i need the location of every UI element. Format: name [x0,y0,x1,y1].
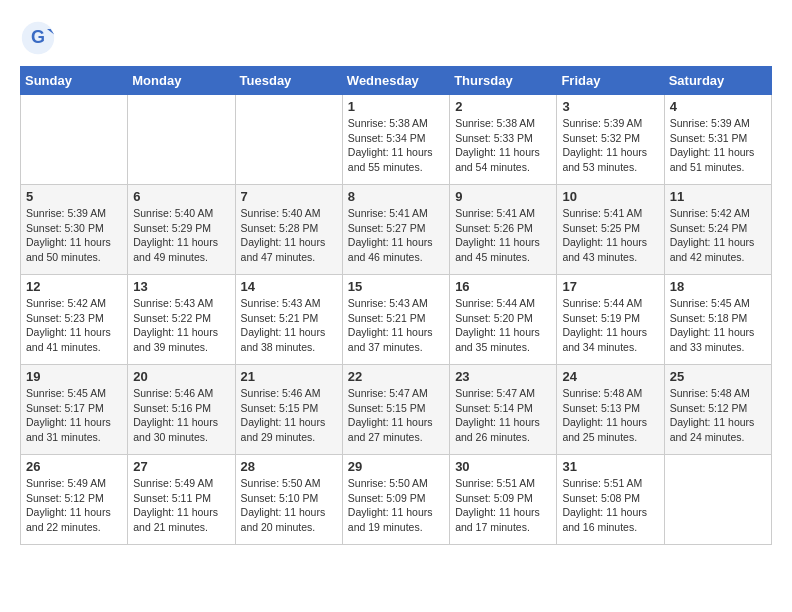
day-number: 10 [562,189,658,204]
day-of-week-header: Saturday [664,67,771,95]
day-number: 28 [241,459,337,474]
page-header: G [20,20,772,56]
calendar-cell: 21Sunrise: 5:46 AM Sunset: 5:15 PM Dayli… [235,365,342,455]
calendar-cell: 4Sunrise: 5:39 AM Sunset: 5:31 PM Daylig… [664,95,771,185]
calendar-cell: 15Sunrise: 5:43 AM Sunset: 5:21 PM Dayli… [342,275,449,365]
calendar-week-row: 5Sunrise: 5:39 AM Sunset: 5:30 PM Daylig… [21,185,772,275]
calendar-cell: 28Sunrise: 5:50 AM Sunset: 5:10 PM Dayli… [235,455,342,545]
day-info: Sunrise: 5:46 AM Sunset: 5:16 PM Dayligh… [133,386,229,445]
calendar-cell: 13Sunrise: 5:43 AM Sunset: 5:22 PM Dayli… [128,275,235,365]
day-info: Sunrise: 5:45 AM Sunset: 5:17 PM Dayligh… [26,386,122,445]
day-info: Sunrise: 5:50 AM Sunset: 5:09 PM Dayligh… [348,476,444,535]
day-info: Sunrise: 5:41 AM Sunset: 5:26 PM Dayligh… [455,206,551,265]
day-number: 29 [348,459,444,474]
day-info: Sunrise: 5:39 AM Sunset: 5:31 PM Dayligh… [670,116,766,175]
day-of-week-header: Thursday [450,67,557,95]
day-number: 24 [562,369,658,384]
day-info: Sunrise: 5:38 AM Sunset: 5:34 PM Dayligh… [348,116,444,175]
day-number: 23 [455,369,551,384]
calendar-cell: 8Sunrise: 5:41 AM Sunset: 5:27 PM Daylig… [342,185,449,275]
calendar-cell: 9Sunrise: 5:41 AM Sunset: 5:26 PM Daylig… [450,185,557,275]
day-number: 13 [133,279,229,294]
day-of-week-header: Sunday [21,67,128,95]
calendar-cell: 29Sunrise: 5:50 AM Sunset: 5:09 PM Dayli… [342,455,449,545]
day-number: 15 [348,279,444,294]
calendar-cell: 1Sunrise: 5:38 AM Sunset: 5:34 PM Daylig… [342,95,449,185]
calendar-cell: 30Sunrise: 5:51 AM Sunset: 5:09 PM Dayli… [450,455,557,545]
svg-text:G: G [31,27,45,47]
day-number: 12 [26,279,122,294]
calendar-cell [128,95,235,185]
day-info: Sunrise: 5:41 AM Sunset: 5:25 PM Dayligh… [562,206,658,265]
calendar-cell [664,455,771,545]
calendar-cell: 3Sunrise: 5:39 AM Sunset: 5:32 PM Daylig… [557,95,664,185]
day-info: Sunrise: 5:41 AM Sunset: 5:27 PM Dayligh… [348,206,444,265]
day-number: 5 [26,189,122,204]
day-number: 11 [670,189,766,204]
day-number: 3 [562,99,658,114]
day-info: Sunrise: 5:39 AM Sunset: 5:32 PM Dayligh… [562,116,658,175]
day-number: 14 [241,279,337,294]
day-info: Sunrise: 5:49 AM Sunset: 5:12 PM Dayligh… [26,476,122,535]
calendar-cell: 10Sunrise: 5:41 AM Sunset: 5:25 PM Dayli… [557,185,664,275]
day-number: 30 [455,459,551,474]
day-number: 31 [562,459,658,474]
calendar-cell: 31Sunrise: 5:51 AM Sunset: 5:08 PM Dayli… [557,455,664,545]
day-info: Sunrise: 5:50 AM Sunset: 5:10 PM Dayligh… [241,476,337,535]
day-info: Sunrise: 5:39 AM Sunset: 5:30 PM Dayligh… [26,206,122,265]
calendar-week-row: 26Sunrise: 5:49 AM Sunset: 5:12 PM Dayli… [21,455,772,545]
day-info: Sunrise: 5:40 AM Sunset: 5:28 PM Dayligh… [241,206,337,265]
day-info: Sunrise: 5:51 AM Sunset: 5:08 PM Dayligh… [562,476,658,535]
day-info: Sunrise: 5:44 AM Sunset: 5:19 PM Dayligh… [562,296,658,355]
day-info: Sunrise: 5:43 AM Sunset: 5:22 PM Dayligh… [133,296,229,355]
day-number: 27 [133,459,229,474]
day-number: 4 [670,99,766,114]
logo-icon: G [20,20,56,56]
day-number: 7 [241,189,337,204]
day-number: 21 [241,369,337,384]
day-info: Sunrise: 5:38 AM Sunset: 5:33 PM Dayligh… [455,116,551,175]
day-number: 16 [455,279,551,294]
calendar-cell: 20Sunrise: 5:46 AM Sunset: 5:16 PM Dayli… [128,365,235,455]
day-of-week-header: Friday [557,67,664,95]
day-of-week-header: Monday [128,67,235,95]
calendar-cell: 27Sunrise: 5:49 AM Sunset: 5:11 PM Dayli… [128,455,235,545]
calendar-cell: 2Sunrise: 5:38 AM Sunset: 5:33 PM Daylig… [450,95,557,185]
day-info: Sunrise: 5:43 AM Sunset: 5:21 PM Dayligh… [241,296,337,355]
day-info: Sunrise: 5:44 AM Sunset: 5:20 PM Dayligh… [455,296,551,355]
day-info: Sunrise: 5:47 AM Sunset: 5:14 PM Dayligh… [455,386,551,445]
calendar-cell: 23Sunrise: 5:47 AM Sunset: 5:14 PM Dayli… [450,365,557,455]
calendar-cell: 5Sunrise: 5:39 AM Sunset: 5:30 PM Daylig… [21,185,128,275]
day-info: Sunrise: 5:45 AM Sunset: 5:18 PM Dayligh… [670,296,766,355]
day-number: 9 [455,189,551,204]
calendar-table: SundayMondayTuesdayWednesdayThursdayFrid… [20,66,772,545]
day-number: 6 [133,189,229,204]
calendar-cell: 26Sunrise: 5:49 AM Sunset: 5:12 PM Dayli… [21,455,128,545]
calendar-cell [235,95,342,185]
day-info: Sunrise: 5:40 AM Sunset: 5:29 PM Dayligh… [133,206,229,265]
calendar-cell: 24Sunrise: 5:48 AM Sunset: 5:13 PM Dayli… [557,365,664,455]
day-number: 26 [26,459,122,474]
calendar-header-row: SundayMondayTuesdayWednesdayThursdayFrid… [21,67,772,95]
day-info: Sunrise: 5:51 AM Sunset: 5:09 PM Dayligh… [455,476,551,535]
day-info: Sunrise: 5:43 AM Sunset: 5:21 PM Dayligh… [348,296,444,355]
day-of-week-header: Wednesday [342,67,449,95]
day-info: Sunrise: 5:42 AM Sunset: 5:24 PM Dayligh… [670,206,766,265]
calendar-cell: 14Sunrise: 5:43 AM Sunset: 5:21 PM Dayli… [235,275,342,365]
calendar-cell: 17Sunrise: 5:44 AM Sunset: 5:19 PM Dayli… [557,275,664,365]
calendar-cell: 16Sunrise: 5:44 AM Sunset: 5:20 PM Dayli… [450,275,557,365]
calendar-cell: 19Sunrise: 5:45 AM Sunset: 5:17 PM Dayli… [21,365,128,455]
day-number: 25 [670,369,766,384]
calendar-cell: 6Sunrise: 5:40 AM Sunset: 5:29 PM Daylig… [128,185,235,275]
day-number: 22 [348,369,444,384]
calendar-week-row: 19Sunrise: 5:45 AM Sunset: 5:17 PM Dayli… [21,365,772,455]
day-number: 8 [348,189,444,204]
calendar-cell [21,95,128,185]
day-of-week-header: Tuesday [235,67,342,95]
day-info: Sunrise: 5:47 AM Sunset: 5:15 PM Dayligh… [348,386,444,445]
day-info: Sunrise: 5:48 AM Sunset: 5:12 PM Dayligh… [670,386,766,445]
day-info: Sunrise: 5:48 AM Sunset: 5:13 PM Dayligh… [562,386,658,445]
day-number: 2 [455,99,551,114]
calendar-cell: 25Sunrise: 5:48 AM Sunset: 5:12 PM Dayli… [664,365,771,455]
calendar-week-row: 12Sunrise: 5:42 AM Sunset: 5:23 PM Dayli… [21,275,772,365]
